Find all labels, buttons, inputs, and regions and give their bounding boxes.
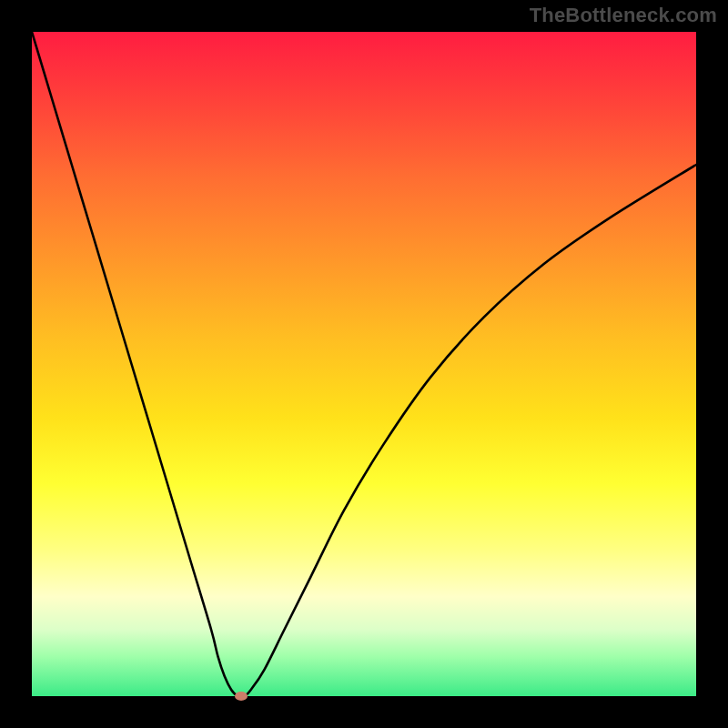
plot-area <box>32 32 696 696</box>
watermark-text: TheBottleneck.com <box>530 4 717 27</box>
bottleneck-curve <box>32 32 696 696</box>
optimum-marker <box>235 692 248 701</box>
chart-frame: TheBottleneck.com <box>0 0 728 728</box>
